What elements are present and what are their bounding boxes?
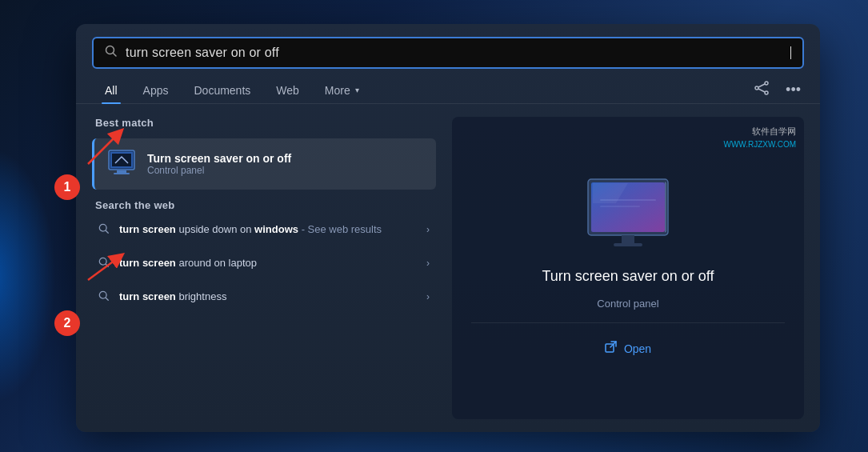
- best-match-app-icon: [106, 148, 138, 180]
- preview-subtitle: Control panel: [597, 298, 658, 310]
- svg-line-3: [114, 54, 117, 57]
- preview-panel: 软件自学网 WWW.RJZXW.COM: [452, 117, 804, 419]
- svg-line-19: [106, 298, 108, 300]
- svg-point-5: [765, 82, 768, 85]
- svg-rect-25: [600, 199, 656, 201]
- chevron-down-icon: ▾: [355, 86, 359, 94]
- feedback-icon[interactable]: [750, 77, 773, 103]
- svg-point-6: [765, 91, 768, 94]
- preview-divider: [471, 322, 785, 323]
- tab-all[interactable]: All: [92, 78, 130, 103]
- web-search-icon-2: [98, 290, 110, 304]
- watermark-line1: 软件自学网: [723, 125, 796, 138]
- svg-line-15: [106, 230, 108, 233]
- web-item-arrow-1: ›: [426, 258, 430, 269]
- svg-rect-13: [112, 154, 131, 166]
- search-input-text: turn screen saver on or off: [126, 46, 782, 60]
- svg-rect-12: [114, 173, 130, 174]
- tab-documents[interactable]: Documents: [181, 78, 263, 103]
- web-item-text-2: turn screen brightness: [119, 290, 417, 304]
- svg-line-17: [106, 264, 108, 266]
- tab-more[interactable]: More ▾: [312, 78, 372, 103]
- results-panel: Best match Turn screen s: [92, 117, 436, 419]
- nav-tabs: All Apps Documents Web More ▾: [76, 69, 820, 104]
- web-search-icon-0: [98, 223, 110, 237]
- nav-right: •••: [750, 77, 804, 103]
- watermark: 软件自学网 WWW.RJZXW.COM: [723, 125, 796, 150]
- search-box[interactable]: turn screen saver on or off: [92, 37, 804, 69]
- svg-rect-24: [614, 243, 642, 246]
- open-button[interactable]: Open: [597, 336, 659, 362]
- svg-point-4: [755, 86, 758, 90]
- web-section-label: Search the web: [92, 199, 436, 211]
- web-item-1[interactable]: turn screen around on laptop ›: [92, 248, 436, 278]
- step-badge-2: 2: [54, 310, 80, 336]
- more-options-icon[interactable]: •••: [782, 78, 804, 102]
- cursor: [790, 46, 792, 59]
- svg-rect-11: [117, 170, 126, 173]
- preview-image: [580, 175, 676, 255]
- web-item-0[interactable]: turn screen upside down on windows - See…: [92, 214, 436, 245]
- tab-apps[interactable]: Apps: [130, 78, 182, 103]
- tab-web[interactable]: Web: [263, 78, 312, 103]
- best-match-label: Best match: [92, 117, 436, 129]
- open-icon: [605, 341, 618, 357]
- web-item-text-1: turn screen around on laptop: [119, 256, 417, 270]
- svg-rect-26: [600, 206, 640, 207]
- watermark-line2: WWW.RJZXW.COM: [723, 138, 796, 150]
- preview-title: Turn screen saver on or off: [542, 268, 714, 285]
- main-content: Best match Turn screen s: [76, 104, 820, 432]
- web-item-2[interactable]: turn screen brightness ›: [92, 282, 436, 312]
- windows-logo-bg: [0, 148, 56, 404]
- web-search-icon-1: [98, 257, 110, 270]
- web-search-section: Search the web turn screen upside down o…: [92, 199, 436, 313]
- search-icon: [105, 45, 118, 61]
- search-panel: turn screen saver on or off All Apps Doc…: [76, 24, 820, 432]
- open-label: Open: [624, 342, 651, 355]
- search-box-container: turn screen saver on or off: [76, 24, 820, 69]
- web-item-arrow-0: ›: [426, 224, 430, 235]
- best-match-text: Turn screen saver on or off Control pane…: [147, 152, 291, 176]
- svg-rect-23: [622, 235, 634, 243]
- best-match-item[interactable]: Turn screen saver on or off Control pane…: [92, 138, 436, 190]
- web-item-text-0: turn screen upside down on windows - See…: [119, 222, 417, 237]
- svg-line-7: [758, 84, 765, 87]
- step-badge-1: 1: [54, 174, 80, 200]
- web-item-arrow-2: ›: [426, 291, 430, 302]
- svg-line-8: [758, 89, 765, 92]
